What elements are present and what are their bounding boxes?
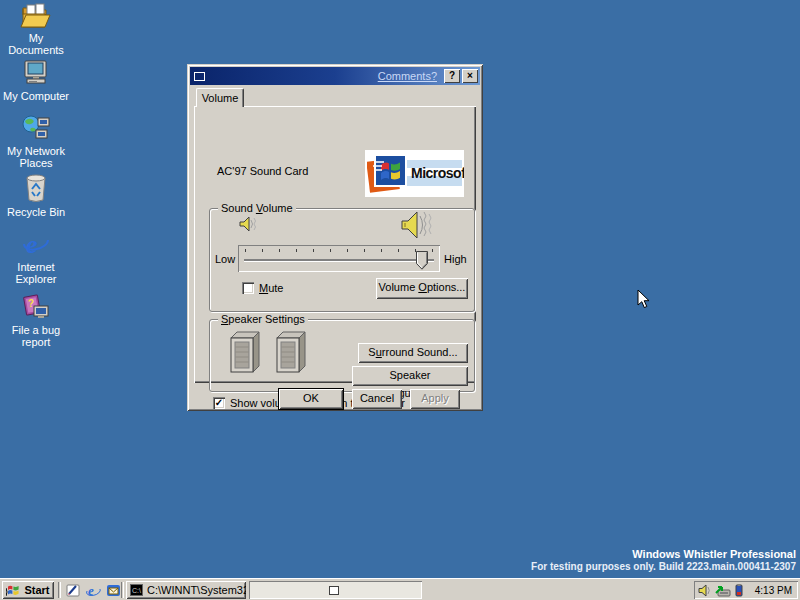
volume-slider-thumb[interactable] bbox=[416, 251, 428, 270]
my-documents-icon bbox=[20, 2, 52, 29]
slider-ticks bbox=[245, 249, 433, 252]
task-button-volume-dialog[interactable] bbox=[249, 581, 422, 599]
taskbar-separator bbox=[58, 582, 61, 598]
slider-channel bbox=[244, 259, 434, 262]
sound-volume-group: Sound Volume Low High bbox=[209, 208, 475, 312]
desktop-icon-file-a-bug-report[interactable]: ? File a bug report bbox=[0, 294, 72, 348]
microsoft-logo: Microsoft bbox=[365, 150, 464, 197]
mute-checkbox[interactable]: Mute bbox=[242, 282, 283, 294]
volume-properties-dialog: Comments? ? × Volume AC'97 Sound Card bbox=[187, 64, 483, 411]
help-button[interactable]: ? bbox=[444, 69, 460, 83]
bug-report-icon: ? bbox=[21, 294, 51, 321]
windows-flag-logo-icon bbox=[367, 152, 410, 195]
my-computer-icon bbox=[21, 60, 51, 87]
slider-high-label: High bbox=[444, 253, 467, 265]
microsoft-logo-text: Microsoft bbox=[411, 165, 464, 181]
speaker-image bbox=[228, 329, 260, 375]
desktop-icon-my-computer[interactable]: My Computer bbox=[0, 60, 72, 102]
internet-explorer-launch-button[interactable]: e bbox=[83, 581, 103, 599]
device-name: AC'97 Sound Card bbox=[217, 165, 308, 177]
tray-battery-icon[interactable] bbox=[734, 584, 744, 597]
speaker-image bbox=[274, 329, 306, 375]
surround-sound-button[interactable]: Surround Sound... bbox=[358, 343, 468, 363]
os-watermark-line2: For testing purposes only. Build 2223.ma… bbox=[531, 561, 796, 573]
mute-checkbox-label: Mute bbox=[259, 282, 283, 294]
system-tray: 4:13 PM bbox=[694, 581, 798, 599]
desktop-icon-recycle-bin[interactable]: Recycle Bin bbox=[0, 173, 72, 218]
my-network-places-icon bbox=[21, 115, 51, 142]
speaker-settings-group-label: Speaker Settings bbox=[218, 313, 308, 326]
internet-explorer-icon: e bbox=[22, 231, 50, 258]
mouse-cursor bbox=[637, 289, 651, 310]
mute-checkbox-box bbox=[242, 282, 254, 294]
taskbar-separator bbox=[121, 582, 124, 598]
clock: 4:13 PM bbox=[755, 585, 792, 596]
slider-low-label: Low bbox=[215, 253, 235, 265]
volume-options-button[interactable]: Volume Options... bbox=[376, 278, 468, 299]
tab-page: AC'97 Sound Card Microsoft bbox=[194, 106, 476, 383]
speaker-settings-group: Speaker Settings Surround Sound... S bbox=[209, 319, 475, 392]
speaker-loud-icon bbox=[400, 210, 434, 240]
sound-volume-group-label: Sound Volume bbox=[218, 202, 296, 215]
outlook-express-icon bbox=[106, 583, 121, 598]
tab-volume[interactable]: Volume bbox=[196, 88, 244, 107]
window-icon bbox=[329, 586, 339, 595]
show-desktop-button[interactable] bbox=[63, 581, 83, 599]
desktop-icon-label: My Network Places bbox=[0, 145, 72, 169]
svg-text:e: e bbox=[26, 231, 38, 258]
apply-button[interactable]: Apply bbox=[410, 389, 460, 409]
speaker-quiet-icon bbox=[238, 215, 258, 233]
tray-volume-icon[interactable] bbox=[698, 584, 712, 597]
desktop-icon-label: File a bug report bbox=[0, 324, 72, 348]
internet-explorer-icon: e bbox=[86, 583, 101, 598]
command-prompt-icon: C:\ bbox=[130, 584, 143, 596]
start-button[interactable]: Start bbox=[2, 581, 54, 599]
os-watermark-line1: Windows Whistler Professional bbox=[531, 548, 796, 561]
ok-button[interactable]: OK bbox=[279, 389, 343, 409]
recycle-bin-icon bbox=[23, 173, 49, 203]
dialog-titlebar[interactable]: Comments? ? × bbox=[190, 67, 480, 85]
close-button[interactable]: × bbox=[462, 69, 478, 83]
taskbar: Start e C:\ C:\WINNT\ bbox=[0, 578, 800, 600]
comments-link[interactable]: Comments? bbox=[378, 70, 437, 82]
desktop: My Documents My Computer My Network Plac… bbox=[0, 0, 800, 600]
svg-text:?: ? bbox=[28, 298, 34, 309]
desktop-icon-my-network-places[interactable]: My Network Places bbox=[0, 115, 72, 169]
desktop-icon-label: My Documents bbox=[0, 32, 72, 56]
windows-logo-icon bbox=[6, 584, 21, 597]
desktop-icon-internet-explorer[interactable]: e Internet Explorer bbox=[0, 231, 72, 285]
show-desktop-icon bbox=[66, 583, 81, 598]
os-watermark: Windows Whistler Professional For testin… bbox=[531, 548, 796, 573]
window-icon bbox=[194, 72, 205, 81]
show-volume-checkbox-box: ✓ bbox=[213, 397, 225, 409]
outlook-express-launch-button[interactable] bbox=[103, 581, 123, 599]
desktop-icon-label: My Computer bbox=[0, 90, 72, 102]
desktop-icon-label: Recycle Bin bbox=[0, 206, 72, 218]
volume-slider[interactable] bbox=[238, 245, 440, 272]
speaker-configuration-button[interactable]: Speaker Configuration... bbox=[352, 366, 468, 386]
task-button-cmd[interactable]: C:\ C:\WINNT\System32\cmd.e bbox=[126, 581, 246, 599]
task-button-label: C:\WINNT\System32\cmd.e bbox=[147, 584, 246, 596]
tray-remove-hardware-icon[interactable] bbox=[715, 584, 731, 597]
start-button-label: Start bbox=[24, 584, 49, 596]
desktop-icon-label: Internet Explorer bbox=[0, 261, 72, 285]
cancel-button[interactable]: Cancel bbox=[352, 389, 402, 409]
desktop-icon-my-documents[interactable]: My Documents bbox=[0, 2, 72, 56]
